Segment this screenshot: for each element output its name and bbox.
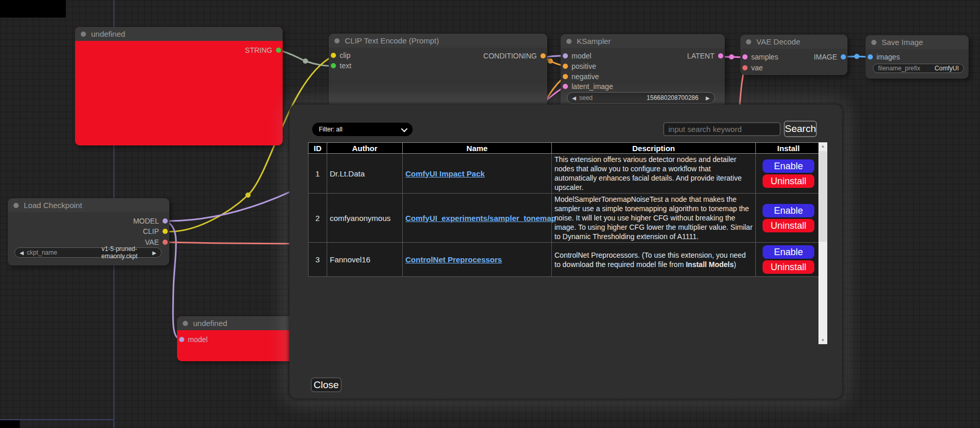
- port-dot-text[interactable]: [331, 63, 336, 68]
- reroute-dot-image[interactable]: [854, 54, 859, 59]
- port-dot-conditioning[interactable]: [540, 53, 546, 58]
- enable-button[interactable]: Enable: [763, 245, 814, 259]
- filter-select-value: Filter: all: [319, 126, 342, 133]
- reroute-dot-latent[interactable]: [729, 54, 734, 60]
- port-dot-positive[interactable]: [563, 64, 568, 69]
- collapse-dot-icon[interactable]: [566, 39, 572, 44]
- input-port-positive[interactable]: positive: [563, 61, 596, 71]
- port-label: latent_image: [572, 82, 613, 91]
- port-dot-model[interactable]: [163, 218, 168, 224]
- node-header[interactable]: KSampler: [561, 34, 725, 48]
- port-dot-latent[interactable]: [718, 53, 723, 58]
- extension-link[interactable]: ComfyUI Impact Pack: [405, 169, 485, 178]
- table-scrollbar[interactable]: ▲ ▼: [818, 142, 827, 344]
- input-port-model[interactable]: model: [179, 334, 208, 345]
- port-dot-clip[interactable]: [331, 53, 336, 58]
- input-port-clip[interactable]: clip: [331, 50, 350, 61]
- decrement-arrow-icon[interactable]: ◀: [20, 250, 24, 256]
- output-port-latent[interactable]: LATENT: [687, 51, 723, 61]
- collapse-dot-icon[interactable]: [746, 39, 751, 45]
- scrollbar-thumb[interactable]: [819, 151, 827, 242]
- node-header[interactable]: CLIP Text Encode (Prompt): [329, 34, 547, 48]
- input-port-model[interactable]: model: [563, 51, 591, 61]
- decrement-arrow-icon[interactable]: ◀: [572, 95, 576, 101]
- node-save-image[interactable]: Save Image images filename_prefix ComfyU…: [866, 35, 969, 79]
- cell-description: ModelSamplerTonemapNoiseTest a node that…: [552, 194, 756, 243]
- input-port-images[interactable]: images: [868, 52, 900, 62]
- input-port-samples[interactable]: samples: [742, 52, 778, 62]
- output-port-image[interactable]: IMAGE: [814, 52, 846, 62]
- column-header-id: ID: [309, 143, 327, 154]
- port-dot-negative[interactable]: [563, 74, 568, 79]
- collapse-dot-icon[interactable]: [871, 40, 876, 45]
- node-ksampler[interactable]: KSampler model positive negative latent_…: [561, 34, 725, 112]
- node-header[interactable]: Save Image: [866, 35, 969, 49]
- scrollbar-up-arrow-icon[interactable]: ▲: [818, 142, 827, 150]
- input-port-text[interactable]: text: [331, 61, 352, 71]
- collapse-dot-icon[interactable]: [81, 32, 86, 37]
- input-port-negative[interactable]: negative: [563, 71, 599, 82]
- reroute-dot-conditioning[interactable]: [548, 58, 553, 64]
- port-dot-vae[interactable]: [742, 65, 748, 70]
- collapse-dot-icon[interactable]: [13, 203, 19, 208]
- cell-name: ControlNet Preprocessors: [403, 243, 552, 277]
- scrollbar-down-arrow-icon[interactable]: ▼: [818, 336, 827, 344]
- extensions-table-body: 1Dr.Lt.DataComfyUI Impact PackThis exten…: [309, 154, 822, 277]
- collapse-dot-icon[interactable]: [334, 38, 340, 43]
- extension-link[interactable]: ControlNet Preprocessors: [405, 255, 502, 264]
- port-dot-clip[interactable]: [163, 229, 168, 234]
- input-port-latent-image[interactable]: latent_image: [563, 81, 613, 92]
- filename-prefix-widget[interactable]: filename_prefix ComfyUI: [873, 64, 964, 73]
- node-title: VAE Decode: [756, 37, 800, 46]
- ckpt-name-widget[interactable]: ◀ ckpt_name v1-5-pruned-emaonly.ckpt ▶: [14, 247, 162, 258]
- node-header[interactable]: undefined: [75, 27, 283, 41]
- extension-row: 1Dr.Lt.DataComfyUI Impact PackThis exten…: [309, 154, 822, 194]
- input-port-vae[interactable]: vae: [742, 63, 763, 73]
- node-undefined-top[interactable]: undefined STRING: [75, 27, 283, 145]
- port-dot-string[interactable]: [276, 48, 281, 53]
- widget-value: 156680208700286: [642, 94, 703, 101]
- close-button[interactable]: Close: [311, 377, 342, 392]
- output-port-string[interactable]: STRING: [245, 45, 281, 55]
- increment-arrow-icon[interactable]: ▶: [152, 250, 156, 256]
- uninstall-button[interactable]: Uninstall: [763, 174, 814, 188]
- node-vae-decode[interactable]: VAE Decode samples vae IMAGE: [740, 35, 847, 75]
- port-dot-images[interactable]: [868, 54, 873, 60]
- column-header-description: Description: [552, 143, 756, 154]
- enable-button[interactable]: Enable: [763, 204, 814, 217]
- seed-widget[interactable]: ◀ seed 156680208700286 ▶: [567, 92, 715, 104]
- uninstall-button[interactable]: Uninstall: [763, 219, 814, 232]
- reroute-dot-string[interactable]: [303, 58, 308, 64]
- port-label: model: [188, 335, 208, 344]
- cell-author: Dr.Lt.Data: [327, 154, 403, 194]
- node-clip-text-encode[interactable]: CLIP Text Encode (Prompt) clip text COND…: [329, 34, 547, 116]
- search-input[interactable]: [663, 122, 781, 136]
- uninstall-button[interactable]: Uninstall: [763, 260, 814, 274]
- output-port-model[interactable]: MODEL: [133, 216, 168, 226]
- port-dot-latent-image[interactable]: [563, 84, 568, 89]
- node-header[interactable]: VAE Decode: [740, 35, 847, 49]
- port-label: IMAGE: [814, 53, 837, 61]
- search-button[interactable]: Search: [784, 121, 817, 137]
- port-dot-model[interactable]: [179, 337, 184, 342]
- node-header[interactable]: Load Checkpoint: [8, 198, 169, 212]
- enable-button[interactable]: Enable: [763, 159, 814, 173]
- extension-link[interactable]: ComfyUI_experiments/sampler_tonemap: [405, 214, 556, 223]
- reroute-dot-clip[interactable]: [245, 193, 251, 198]
- collapse-dot-icon[interactable]: [183, 321, 188, 326]
- widget-label: filename_prefix: [878, 65, 920, 72]
- output-port-clip[interactable]: CLIP: [143, 226, 168, 237]
- node-load-checkpoint[interactable]: Load Checkpoint MODEL CLIP VAE ◀ ckpt_na…: [8, 198, 169, 265]
- increment-arrow-icon[interactable]: ▶: [706, 95, 710, 101]
- filter-select[interactable]: Filter: all: [312, 123, 413, 136]
- cell-install: EnableUninstall: [756, 194, 822, 243]
- custom-nodes-manager-dialog: Filter: all Search IDAuthorNameDescripti…: [289, 105, 842, 399]
- column-header-install: Install: [756, 143, 822, 154]
- port-dot-samples[interactable]: [742, 54, 748, 60]
- output-port-conditioning[interactable]: CONDITIONING: [484, 51, 546, 61]
- port-dot-model[interactable]: [563, 53, 568, 58]
- port-dot-image[interactable]: [841, 54, 846, 60]
- comfyui-canvas[interactable]: undefined STRING CLIP Text Encode (Promp…: [0, 0, 980, 428]
- port-dot-vae[interactable]: [163, 240, 168, 245]
- cell-id: 3: [309, 243, 327, 277]
